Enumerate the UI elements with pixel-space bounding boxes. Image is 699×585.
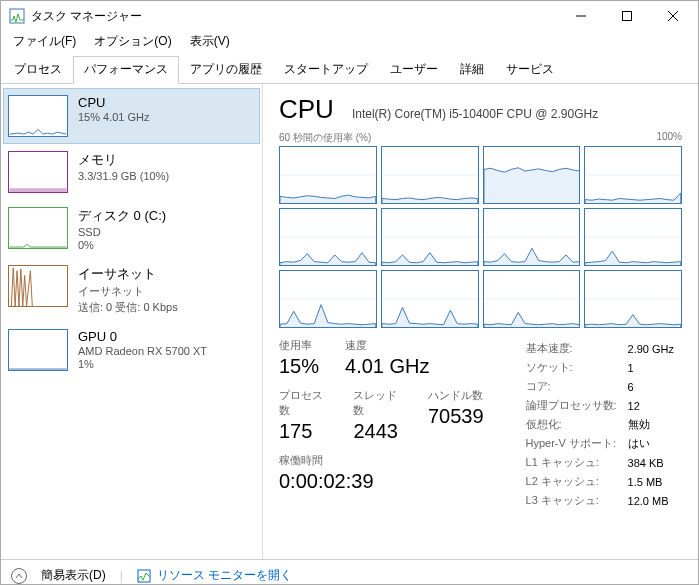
maximize-button[interactable] bbox=[604, 1, 650, 31]
eth-text: イーサネット イーサネット 送信: 0 受信: 0 Kbps bbox=[78, 265, 178, 315]
gpu-thumb bbox=[8, 329, 68, 371]
core-chart-5 bbox=[381, 208, 479, 266]
tab-strip: プロセス パフォーマンス アプリの履歴 スタートアップ ユーザー 詳細 サービス bbox=[1, 51, 698, 84]
menubar: ファイル(F) オプション(O) 表示(V) bbox=[1, 31, 698, 51]
core-chart-9 bbox=[381, 270, 479, 328]
spec-table: 基本速度:2.90 GHz ソケット:1 コア:6 論理プロセッサ数:12 仮想… bbox=[524, 338, 682, 511]
tab-processes[interactable]: プロセス bbox=[3, 56, 73, 84]
mem-thumb bbox=[8, 151, 68, 193]
axis-right: 100% bbox=[656, 131, 682, 145]
simple-view-button[interactable]: 簡易表示(D) bbox=[41, 567, 106, 584]
cpu-name: CPU bbox=[78, 95, 150, 110]
gpu-name: GPU 0 bbox=[78, 329, 207, 344]
tab-services[interactable]: サービス bbox=[495, 56, 565, 84]
tab-startup[interactable]: スタートアップ bbox=[273, 56, 379, 84]
tab-performance[interactable]: パフォーマンス bbox=[73, 56, 179, 84]
core-chart-1 bbox=[381, 146, 479, 204]
window-title: タスク マネージャー bbox=[31, 8, 558, 25]
disk-text: ディスク 0 (C:) SSD 0% bbox=[78, 207, 166, 251]
tab-app-history[interactable]: アプリの履歴 bbox=[179, 56, 273, 84]
footer: 簡易表示(D) | リソース モニターを開く bbox=[1, 559, 698, 585]
core-chart-2 bbox=[483, 146, 581, 204]
chevron-up-icon[interactable] bbox=[11, 568, 27, 584]
app-icon bbox=[9, 8, 25, 24]
tab-users[interactable]: ユーザー bbox=[379, 56, 449, 84]
gpu-sub2: 1% bbox=[78, 358, 207, 370]
gpu-sub1: AMD Radeon RX 5700 XT bbox=[78, 345, 207, 357]
cpu-model: Intel(R) Core(TM) i5-10400F CPU @ 2.90GH… bbox=[352, 107, 598, 121]
disk-sub1: SSD bbox=[78, 226, 166, 238]
cpu-sub: 15% 4.01 GHz bbox=[78, 111, 150, 123]
content-pane: CPU Intel(R) Core(TM) i5-10400F CPU @ 2.… bbox=[263, 84, 698, 559]
menu-view[interactable]: 表示(V) bbox=[182, 31, 238, 51]
stats-section: 使用率15% 速度4.01 GHz プロセス数175 スレッド数2443 ハンド… bbox=[279, 338, 682, 511]
stat-uptime: 稼働時間0:00:02:39 bbox=[279, 453, 374, 493]
cpu-text: CPU 15% 4.01 GHz bbox=[78, 95, 150, 137]
mem-name: メモリ bbox=[78, 151, 169, 169]
disk-thumb bbox=[8, 207, 68, 249]
resmon-icon bbox=[137, 569, 151, 583]
resource-monitor-link[interactable]: リソース モニターを開く bbox=[137, 567, 293, 584]
core-chart-10 bbox=[483, 270, 581, 328]
eth-thumb bbox=[8, 265, 68, 307]
main-area: CPU 15% 4.01 GHz メモリ 3.3/31.9 GB (10%) デ… bbox=[1, 84, 698, 559]
titlebar: タスク マネージャー bbox=[1, 1, 698, 31]
disk-name: ディスク 0 (C:) bbox=[78, 207, 166, 225]
sidebar: CPU 15% 4.01 GHz メモリ 3.3/31.9 GB (10%) デ… bbox=[1, 84, 263, 559]
stat-usage: 使用率15% bbox=[279, 338, 319, 378]
disk-sub2: 0% bbox=[78, 239, 166, 251]
core-chart-0 bbox=[279, 146, 377, 204]
eth-sub2: 送信: 0 受信: 0 Kbps bbox=[78, 300, 178, 315]
sidebar-item-cpu[interactable]: CPU 15% 4.01 GHz bbox=[3, 88, 260, 144]
core-chart-6 bbox=[483, 208, 581, 266]
mem-sub: 3.3/31.9 GB (10%) bbox=[78, 170, 169, 182]
sidebar-item-gpu[interactable]: GPU 0 AMD Radeon RX 5700 XT 1% bbox=[3, 322, 260, 378]
close-button[interactable] bbox=[650, 1, 696, 31]
window-controls bbox=[558, 1, 696, 31]
core-chart-11 bbox=[584, 270, 682, 328]
content-title: CPU bbox=[279, 94, 334, 125]
core-chart-3 bbox=[584, 146, 682, 204]
axis-left: 60 秒間の使用率 (%) bbox=[279, 131, 371, 145]
svg-rect-19 bbox=[138, 570, 150, 582]
cpu-thumb bbox=[8, 95, 68, 137]
tab-details[interactable]: 詳細 bbox=[449, 56, 495, 84]
menu-file[interactable]: ファイル(F) bbox=[5, 31, 84, 51]
chart-axis: 60 秒間の使用率 (%) 100% bbox=[279, 131, 682, 145]
svg-rect-5 bbox=[9, 188, 66, 192]
stats-left: 使用率15% 速度4.01 GHz プロセス数175 スレッド数2443 ハンド… bbox=[279, 338, 484, 511]
sidebar-item-ethernet[interactable]: イーサネット イーサネット 送信: 0 受信: 0 Kbps bbox=[3, 258, 260, 322]
content-header: CPU Intel(R) Core(TM) i5-10400F CPU @ 2.… bbox=[279, 94, 682, 125]
stat-speed: 速度4.01 GHz bbox=[345, 338, 429, 378]
stat-handles: ハンドル数70539 bbox=[428, 388, 484, 443]
stat-threads: スレッド数2443 bbox=[353, 388, 401, 443]
stat-processes: プロセス数175 bbox=[279, 388, 327, 443]
gpu-text: GPU 0 AMD Radeon RX 5700 XT 1% bbox=[78, 329, 207, 371]
core-chart-7 bbox=[584, 208, 682, 266]
menu-options[interactable]: オプション(O) bbox=[86, 31, 179, 51]
minimize-button[interactable] bbox=[558, 1, 604, 31]
eth-sub1: イーサネット bbox=[78, 284, 178, 299]
stats-right: 基本速度:2.90 GHz ソケット:1 コア:6 論理プロセッサ数:12 仮想… bbox=[524, 338, 682, 511]
sidebar-item-memory[interactable]: メモリ 3.3/31.9 GB (10%) bbox=[3, 144, 260, 200]
divider: | bbox=[120, 569, 123, 583]
eth-name: イーサネット bbox=[78, 265, 178, 283]
sidebar-item-disk[interactable]: ディスク 0 (C:) SSD 0% bbox=[3, 200, 260, 258]
core-chart-4 bbox=[279, 208, 377, 266]
core-grid[interactable] bbox=[279, 146, 682, 328]
svg-rect-2 bbox=[623, 12, 632, 21]
mem-text: メモリ 3.3/31.9 GB (10%) bbox=[78, 151, 169, 193]
core-chart-8 bbox=[279, 270, 377, 328]
